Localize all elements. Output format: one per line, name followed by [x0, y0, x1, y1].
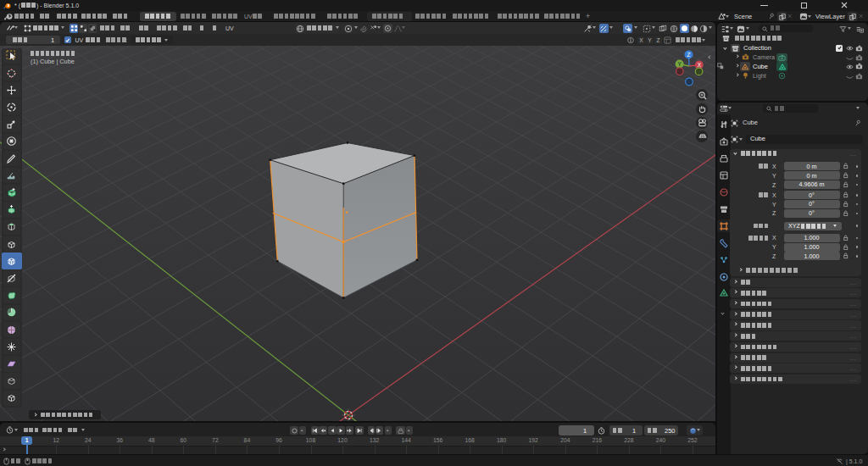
svg-text:X: X — [698, 62, 702, 68]
svg-text:Z: Z — [687, 52, 691, 58]
svg-text:Y: Y — [677, 61, 682, 67]
